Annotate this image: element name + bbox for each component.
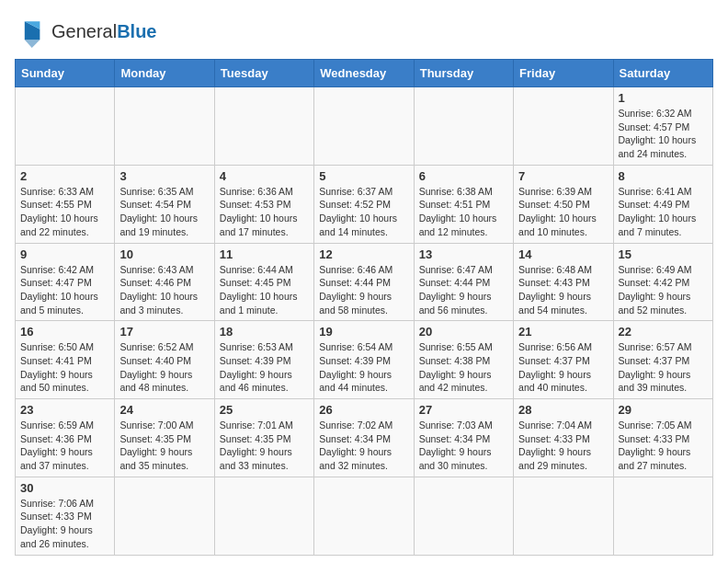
calendar-cell	[314, 477, 414, 555]
day-number: 8	[619, 169, 708, 183]
calendar-cell: 6Sunrise: 6:38 AM Sunset: 4:51 PM Daylig…	[414, 165, 513, 243]
day-number: 28	[518, 403, 608, 417]
day-number: 27	[419, 403, 508, 417]
calendar-cell: 25Sunrise: 7:01 AM Sunset: 4:35 PM Dayli…	[214, 399, 313, 477]
day-number: 23	[20, 403, 109, 417]
day-number: 16	[20, 325, 109, 339]
calendar-cell	[414, 87, 513, 166]
calendar-cell	[115, 477, 214, 555]
calendar-cell	[16, 87, 115, 166]
calendar-cell	[115, 87, 214, 166]
calendar-cell: 3Sunrise: 6:35 AM Sunset: 4:54 PM Daylig…	[115, 165, 214, 243]
calendar-table: SundayMondayTuesdayWednesdayThursdayFrid…	[15, 59, 713, 556]
day-of-week-header: Thursday	[414, 60, 513, 87]
day-info: Sunrise: 7:01 AM Sunset: 4:35 PM Dayligh…	[220, 419, 309, 473]
day-of-week-header: Friday	[514, 60, 613, 87]
day-info: Sunrise: 6:49 AM Sunset: 4:42 PM Dayligh…	[619, 263, 708, 317]
calendar-cell: 24Sunrise: 7:00 AM Sunset: 4:35 PM Dayli…	[115, 399, 214, 477]
day-info: Sunrise: 6:54 AM Sunset: 4:39 PM Dayligh…	[319, 340, 408, 395]
calendar-cell: 5Sunrise: 6:37 AM Sunset: 4:52 PM Daylig…	[314, 165, 414, 243]
day-of-week-header: Saturday	[613, 60, 712, 87]
day-info: Sunrise: 6:36 AM Sunset: 4:53 PM Dayligh…	[220, 185, 309, 239]
calendar-cell: 7Sunrise: 6:39 AM Sunset: 4:50 PM Daylig…	[514, 165, 613, 243]
day-number: 3	[119, 169, 209, 183]
calendar-cell: 29Sunrise: 7:05 AM Sunset: 4:33 PM Dayli…	[613, 399, 712, 477]
calendar-cell: 28Sunrise: 7:04 AM Sunset: 4:33 PM Dayli…	[514, 399, 613, 477]
day-info: Sunrise: 6:37 AM Sunset: 4:52 PM Dayligh…	[319, 185, 408, 239]
calendar-cell: 13Sunrise: 6:47 AM Sunset: 4:44 PM Dayli…	[414, 243, 513, 321]
day-number: 1	[619, 91, 708, 105]
day-info: Sunrise: 7:05 AM Sunset: 4:33 PM Dayligh…	[619, 419, 708, 473]
day-number: 5	[319, 169, 408, 183]
calendar-cell: 23Sunrise: 6:59 AM Sunset: 4:36 PM Dayli…	[16, 399, 115, 477]
day-info: Sunrise: 7:03 AM Sunset: 4:34 PM Dayligh…	[419, 419, 508, 473]
day-number: 10	[119, 247, 209, 261]
day-info: Sunrise: 6:50 AM Sunset: 4:41 PM Dayligh…	[20, 340, 109, 395]
calendar-cell: 8Sunrise: 6:41 AM Sunset: 4:49 PM Daylig…	[613, 165, 712, 243]
header: GeneralBlue	[15, 15, 713, 48]
day-info: Sunrise: 6:55 AM Sunset: 4:38 PM Dayligh…	[419, 340, 508, 395]
day-number: 30	[20, 481, 109, 495]
calendar-cell: 2Sunrise: 6:33 AM Sunset: 4:55 PM Daylig…	[16, 165, 115, 243]
calendar-cell: 9Sunrise: 6:42 AM Sunset: 4:47 PM Daylig…	[16, 243, 115, 321]
day-number: 14	[518, 247, 608, 261]
day-number: 12	[319, 247, 408, 261]
calendar-cell	[314, 87, 414, 166]
day-info: Sunrise: 6:46 AM Sunset: 4:44 PM Dayligh…	[319, 263, 408, 317]
calendar-cell: 16Sunrise: 6:50 AM Sunset: 4:41 PM Dayli…	[16, 321, 115, 399]
calendar-cell	[414, 477, 513, 555]
day-of-week-header: Tuesday	[214, 60, 313, 87]
day-of-week-header: Monday	[115, 60, 214, 87]
logo: GeneralBlue	[15, 15, 157, 48]
calendar-cell: 22Sunrise: 6:57 AM Sunset: 4:37 PM Dayli…	[613, 321, 712, 399]
day-number: 6	[419, 169, 508, 183]
day-info: Sunrise: 6:33 AM Sunset: 4:55 PM Dayligh…	[20, 185, 109, 239]
calendar-cell	[613, 477, 712, 555]
calendar-cell: 20Sunrise: 6:55 AM Sunset: 4:38 PM Dayli…	[414, 321, 513, 399]
calendar-cell	[514, 87, 613, 166]
day-info: Sunrise: 6:52 AM Sunset: 4:40 PM Dayligh…	[119, 340, 209, 395]
day-number: 20	[419, 325, 508, 339]
day-info: Sunrise: 6:42 AM Sunset: 4:47 PM Dayligh…	[20, 263, 109, 317]
day-info: Sunrise: 6:38 AM Sunset: 4:51 PM Dayligh…	[419, 185, 508, 239]
calendar-cell: 12Sunrise: 6:46 AM Sunset: 4:44 PM Dayli…	[314, 243, 414, 321]
calendar-cell: 10Sunrise: 6:43 AM Sunset: 4:46 PM Dayli…	[115, 243, 214, 321]
calendar-cell	[214, 87, 313, 166]
calendar-cell: 26Sunrise: 7:02 AM Sunset: 4:34 PM Dayli…	[314, 399, 414, 477]
day-info: Sunrise: 6:43 AM Sunset: 4:46 PM Dayligh…	[119, 263, 209, 317]
logo-text: GeneralBlue	[51, 21, 157, 42]
calendar-header-row: SundayMondayTuesdayWednesdayThursdayFrid…	[16, 60, 713, 87]
calendar-week-row: 16Sunrise: 6:50 AM Sunset: 4:41 PM Dayli…	[16, 321, 713, 399]
day-info: Sunrise: 6:48 AM Sunset: 4:43 PM Dayligh…	[518, 263, 608, 317]
calendar-cell: 27Sunrise: 7:03 AM Sunset: 4:34 PM Dayli…	[414, 399, 513, 477]
day-info: Sunrise: 6:39 AM Sunset: 4:50 PM Dayligh…	[518, 185, 608, 239]
day-number: 11	[220, 247, 309, 261]
calendar-cell: 17Sunrise: 6:52 AM Sunset: 4:40 PM Dayli…	[115, 321, 214, 399]
day-number: 7	[518, 169, 608, 183]
day-number: 13	[419, 247, 508, 261]
day-info: Sunrise: 6:56 AM Sunset: 4:37 PM Dayligh…	[518, 340, 608, 395]
day-number: 29	[619, 403, 708, 417]
day-info: Sunrise: 6:47 AM Sunset: 4:44 PM Dayligh…	[419, 263, 508, 317]
svg-marker-2	[25, 40, 40, 48]
day-info: Sunrise: 6:59 AM Sunset: 4:36 PM Dayligh…	[20, 419, 109, 473]
day-info: Sunrise: 6:35 AM Sunset: 4:54 PM Dayligh…	[119, 185, 209, 239]
calendar-cell: 18Sunrise: 6:53 AM Sunset: 4:39 PM Dayli…	[214, 321, 313, 399]
day-number: 4	[220, 169, 309, 183]
day-info: Sunrise: 6:57 AM Sunset: 4:37 PM Dayligh…	[619, 340, 708, 395]
day-number: 17	[119, 325, 209, 339]
day-of-week-header: Wednesday	[314, 60, 414, 87]
calendar-week-row: 1Sunrise: 6:32 AM Sunset: 4:57 PM Daylig…	[16, 87, 713, 166]
calendar-week-row: 2Sunrise: 6:33 AM Sunset: 4:55 PM Daylig…	[16, 165, 713, 243]
calendar-week-row: 30Sunrise: 7:06 AM Sunset: 4:33 PM Dayli…	[16, 477, 713, 555]
calendar-cell: 4Sunrise: 6:36 AM Sunset: 4:53 PM Daylig…	[214, 165, 313, 243]
day-of-week-header: Sunday	[16, 60, 115, 87]
day-number: 18	[220, 325, 309, 339]
day-info: Sunrise: 6:41 AM Sunset: 4:49 PM Dayligh…	[619, 185, 708, 239]
calendar-cell: 14Sunrise: 6:48 AM Sunset: 4:43 PM Dayli…	[514, 243, 613, 321]
calendar-cell: 21Sunrise: 6:56 AM Sunset: 4:37 PM Dayli…	[514, 321, 613, 399]
day-info: Sunrise: 6:44 AM Sunset: 4:45 PM Dayligh…	[220, 263, 309, 317]
day-info: Sunrise: 7:02 AM Sunset: 4:34 PM Dayligh…	[319, 419, 408, 473]
calendar-week-row: 9Sunrise: 6:42 AM Sunset: 4:47 PM Daylig…	[16, 243, 713, 321]
day-number: 26	[319, 403, 408, 417]
